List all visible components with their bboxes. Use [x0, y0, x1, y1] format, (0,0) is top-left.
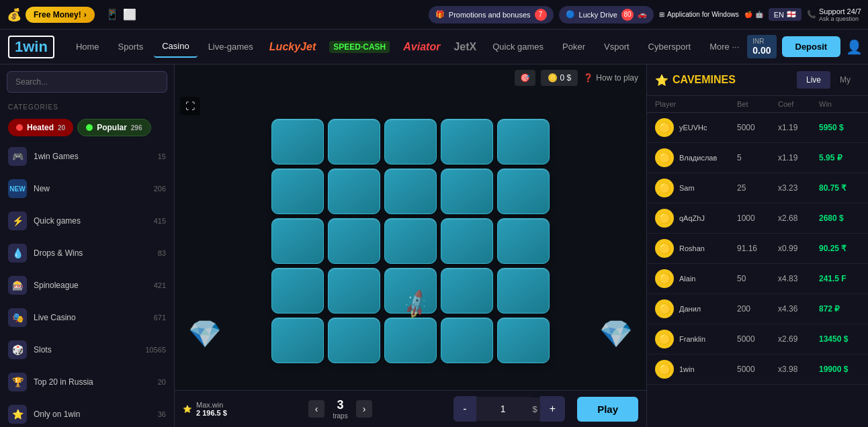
mine-cell[interactable]: [497, 169, 550, 214]
promotions-button[interactable]: 🎁 Promotions and bonuses 7: [429, 6, 554, 23]
player-name: Sam: [679, 184, 695, 192]
app-button[interactable]: ⊞ Application for Windows 🍎 🤖: [659, 11, 763, 18]
mine-cell[interactable]: [328, 119, 380, 164]
question-icon: ❓: [583, 73, 593, 83]
col-win: Win: [819, 100, 860, 108]
promo-badge: 7: [535, 9, 547, 21]
mine-cell[interactable]: [441, 169, 493, 214]
player-name: Владислав: [679, 154, 717, 162]
sidebar-label-top20: Top 20 in Russia: [34, 377, 151, 387]
dart-tool-button[interactable]: 🎯: [515, 70, 535, 86]
mine-cell[interactable]: [271, 218, 324, 264]
sidebar: CATEGORIES Heated 20 Popular 296 🎮 1win …: [0, 64, 175, 427]
nav-right: INR 0.00 Deposit 👤 ⋮ 🔔: [747, 35, 868, 58]
avatar: 🟡: [655, 239, 674, 258]
table-row: 🟡 1win 5000 x3.98 19900 $: [647, 354, 868, 385]
mine-cell[interactable]: [441, 218, 493, 264]
mine-cell[interactable]: [384, 169, 437, 214]
nav-home[interactable]: Home: [68, 36, 107, 57]
mine-cell[interactable]: [384, 119, 437, 164]
mine-cell[interactable]: [328, 169, 380, 214]
mine-cell[interactable]: [441, 119, 493, 164]
play-button[interactable]: Play: [577, 397, 638, 422]
col-player: Player: [655, 100, 737, 108]
main-layout: CATEGORIES Heated 20 Popular 296 🎮 1win …: [0, 64, 868, 427]
mine-cell[interactable]: [328, 268, 380, 314]
coef-cell: x3.98: [778, 365, 819, 374]
coef-cell: x3.23: [778, 183, 819, 193]
avatar: 🟡: [655, 209, 674, 228]
win-cell: 13450 $: [819, 334, 860, 344]
arrow-icon: ›: [84, 10, 87, 19]
nav-luckyjet[interactable]: LuckyJet: [264, 38, 321, 56]
logo[interactable]: 1win: [8, 36, 54, 58]
trap-next-button[interactable]: ›: [356, 400, 373, 418]
sidebar-item-new[interactable]: NEW New 206: [0, 173, 174, 205]
sidebar-item-slots[interactable]: 🎲 Slots 10565: [0, 334, 174, 366]
phone-icon: 📞: [807, 10, 816, 19]
sidebar-count-drops-wins: 83: [158, 249, 166, 257]
mine-cell[interactable]: [497, 119, 550, 164]
free-money-button[interactable]: Free Money! ›: [26, 7, 95, 23]
nav-quick-games[interactable]: Quick games: [484, 36, 552, 57]
bet-input[interactable]: [476, 397, 530, 421]
nav-sports[interactable]: Sports: [110, 36, 152, 57]
promo-label: Promotions and bonuses: [449, 11, 531, 19]
sidebar-item-only-1win[interactable]: ⭐ Only on 1win 36: [0, 398, 174, 427]
mine-cell[interactable]: [441, 318, 493, 363]
support-button[interactable]: 📞 Support 24/7 Ask a question: [807, 7, 861, 22]
mine-cell[interactable]: [271, 268, 324, 314]
nav-vsport[interactable]: Vsport: [596, 36, 638, 57]
bet-cell: 25: [737, 183, 778, 193]
gift-icon: 🎁: [435, 10, 445, 19]
tab-live[interactable]: Live: [797, 71, 830, 89]
sidebar-item-1win-games[interactable]: 🎮 1win Games 15: [0, 140, 174, 173]
sidebar-item-live-casino[interactable]: 🎭 Live Casino 671: [0, 301, 174, 334]
mine-cell[interactable]: [497, 318, 550, 363]
deposit-button[interactable]: Deposit: [782, 36, 841, 57]
mine-cell[interactable]: [441, 268, 493, 314]
bet-cell: 200: [737, 304, 778, 314]
how-to-play-button[interactable]: ❓ How to play: [583, 73, 638, 83]
mine-cell[interactable]: [271, 318, 324, 363]
coef-cell: x2.68: [778, 214, 819, 223]
nav-jetx[interactable]: JetX: [448, 38, 482, 56]
nav-more[interactable]: More ···: [701, 36, 747, 57]
tab-my[interactable]: My: [830, 71, 860, 89]
sidebar-label-1win-games: 1win Games: [34, 152, 151, 161]
nav-cybersport[interactable]: Cybersport: [640, 36, 699, 57]
language-selector[interactable]: EN 🏴󠁧󠁢󠁥󠁮󠁧󠁿: [769, 8, 801, 21]
nav-live-games[interactable]: Live-games: [200, 36, 261, 57]
lucky-drive-button[interactable]: 🔵 Lucky Drive 80 🚗: [559, 6, 654, 23]
mine-cell[interactable]: [497, 218, 550, 264]
balance-display: INR 0.00: [747, 35, 776, 58]
trap-prev-button[interactable]: ‹: [308, 400, 325, 418]
search-input[interactable]: [7, 71, 167, 93]
sidebar-item-spinoleague[interactable]: 🎰 Spinoleague 421: [0, 269, 174, 301]
mine-cell[interactable]: [384, 318, 437, 363]
mine-cell[interactable]: [384, 218, 437, 264]
bet-increase-button[interactable]: +: [540, 396, 565, 422]
sidebar-count-live-casino: 671: [154, 314, 166, 322]
pill-heated[interactable]: Heated 20: [8, 119, 73, 136]
coef-cell: x1.19: [778, 123, 819, 132]
mine-cell[interactable]: [271, 119, 324, 164]
pill-popular[interactable]: Popular 296: [77, 119, 150, 136]
nav-poker[interactable]: Poker: [554, 36, 593, 57]
expand-button[interactable]: ⛶: [180, 97, 200, 115]
bet-decrease-button[interactable]: -: [453, 396, 476, 422]
profile-icon[interactable]: 👤: [846, 39, 863, 55]
nav-casino[interactable]: Casino: [154, 36, 197, 58]
nav-bar: 1win Home Sports Casino Live-games Lucky…: [0, 30, 868, 64]
sidebar-item-drops-wins[interactable]: 💧 Drops & Wins 83: [0, 237, 174, 269]
sidebar-label-slots: Slots: [34, 345, 138, 354]
sidebar-item-top20[interactable]: 🏆 Top 20 in Russia 20: [0, 366, 174, 398]
game-area: 🎯 🪙 0 $ ❓ How to play ⛶ 💎 💎 🚀 ⭐: [175, 64, 646, 427]
mine-cell[interactable]: [271, 169, 324, 214]
mine-cell[interactable]: [328, 218, 380, 264]
sidebar-item-quick-games[interactable]: ⚡ Quick games 415: [0, 205, 174, 237]
mine-cell[interactable]: [497, 268, 550, 314]
nav-aviator[interactable]: Aviator: [398, 38, 445, 56]
mine-cell[interactable]: [328, 318, 380, 363]
nav-speedcash[interactable]: SPEED·CASH: [324, 39, 395, 54]
